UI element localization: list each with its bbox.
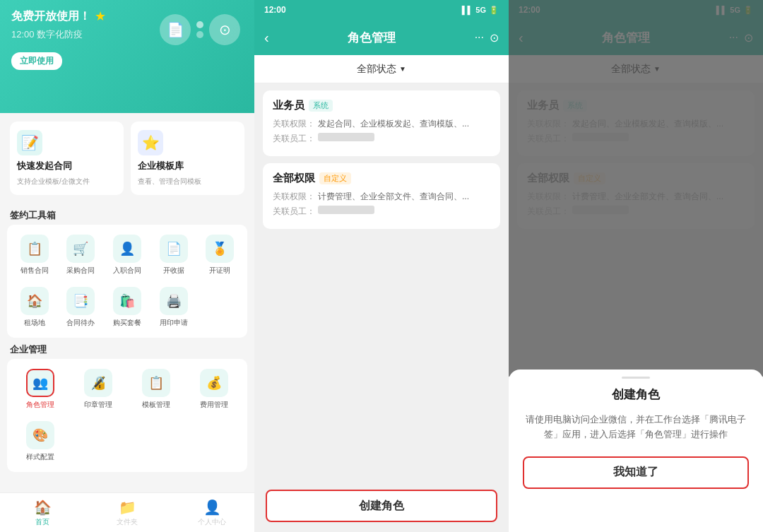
tool-pending[interactable]: 📑 合同待办 (58, 281, 105, 333)
receipt-icon: 📄 (160, 235, 188, 263)
sales-contract-icon: 📋 (20, 235, 49, 263)
left-panel: 免费开放使用！ ★ 12:00 数字化防疫 立即使用 📄 ⊙ 📝 快速发起合同 … (0, 0, 254, 532)
tool-receipt[interactable]: 📄 开收据 (150, 229, 197, 281)
mid-role-name-0: 业务员 (273, 99, 304, 112)
mid-emp-label-0: 关联员工： (273, 133, 315, 145)
mid-perm-value-1: 计费管理、企业全部文件、查询合同、... (318, 191, 469, 203)
overlay-dim (509, 0, 763, 377)
home-nav-label: 首页 (35, 517, 49, 527)
tool-sales-contract[interactable]: 📋 销售合同 (11, 229, 58, 281)
stamp-label: 用印申请 (160, 318, 188, 328)
modal-title: 创建角色 (612, 386, 660, 403)
ent-stamp-mgmt[interactable]: 🔏 印章管理 (69, 363, 127, 415)
mid-role-header: ‹ 角色管理 ··· ⊙ (254, 20, 509, 55)
buy-package-label: 购买套餐 (113, 318, 141, 328)
pending-icon: 📑 (66, 287, 95, 315)
mid-emp-label-1: 关联员工： (273, 206, 315, 218)
onboard-icon: 👤 (113, 235, 141, 263)
stamp-mgmt-label: 印章管理 (84, 400, 112, 410)
quick-card-template[interactable]: ⭐ 企业模板库 查看、管理合同模板 (131, 122, 244, 195)
ent-role-mgmt[interactable]: 👥 角色管理 (11, 363, 69, 415)
tool-stamp[interactable]: 🖨️ 用印申请 (150, 281, 197, 333)
mid-role-tag-0: 系统 (309, 100, 333, 112)
receipt-label: 开收据 (163, 266, 184, 276)
certificate-label: 开证明 (209, 266, 230, 276)
create-role-modal: 创建角色 请使用电脑访问企业微信，并在工作台选择「腾讯电子签」应用，进入后选择「… (509, 370, 763, 532)
mid-header-title: 角色管理 (276, 30, 468, 46)
banner-camera-icon: ⊙ (209, 14, 240, 45)
mid-create-role-button[interactable]: 创建角色 (266, 490, 497, 522)
role-mgmt-label: 角色管理 (26, 400, 54, 410)
venue-icon: 🏠 (20, 287, 49, 315)
middle-panel: 12:00 ▌▌ 5G 🔋 ‹ 角色管理 ··· ⊙ 全部状态 ▼ 业务员 系统… (254, 0, 509, 532)
profile-nav-label: 个人中心 (198, 517, 226, 527)
home-nav-icon: 🏠 (34, 499, 52, 516)
cost-mgmt-label: 费用管理 (200, 400, 228, 410)
tools-grid: 📋 销售合同 🛒 采购合同 👤 入职合同 📄 开收据 🏅 开证明 🏠 租场地 📑… (7, 225, 247, 338)
quick-cards-section: 📝 快速发起合同 支持企业模板/企微文件 ⭐ 企业模板库 查看、管理合同模板 (0, 113, 254, 203)
tool-onboard-contract[interactable]: 👤 入职合同 (104, 229, 150, 281)
tool-certificate[interactable]: 🏅 开证明 (196, 229, 243, 281)
use-now-button[interactable]: 立即使用 (11, 52, 62, 70)
mid-more-icon[interactable]: ··· (475, 31, 484, 45)
modal-desc: 请使用电脑访问企业微信，并在工作台选择「腾讯电子签」应用，进入后选择「角色管理」… (523, 413, 749, 442)
nav-home[interactable]: 🏠 首页 (0, 499, 85, 527)
purchase-icon: 🛒 (66, 235, 95, 263)
mid-time: 12:00 (264, 5, 286, 15)
pending-label: 合同待办 (66, 318, 95, 328)
nav-profile[interactable]: 👤 个人中心 (170, 499, 254, 527)
mid-perm-label-1: 关联权限： (273, 191, 315, 203)
template-card-desc: 查看、管理合同模板 (138, 177, 237, 187)
mid-back-button[interactable]: ‹ (264, 30, 269, 46)
mid-status-filter[interactable]: 全部状态 ▼ (254, 55, 509, 83)
ent-cost-mgmt[interactable]: 💰 费用管理 (185, 363, 243, 415)
ent-style-config[interactable]: 🎨 样式配置 (11, 415, 69, 468)
top-banner: 免费开放使用！ ★ 12:00 数字化防疫 立即使用 📄 ⊙ (0, 0, 254, 113)
mid-emp-blurred-1 (318, 206, 374, 214)
mid-role-card-0[interactable]: 业务员 系统 关联权限： 发起合同、企业模板发起、查询模版、... 关联员工： (263, 90, 500, 156)
mid-role-name-1: 全部权限 (273, 172, 315, 185)
bottom-nav: 🏠 首页 📁 文件夹 👤 个人中心 (0, 492, 254, 532)
ent-template-mgmt[interactable]: 📋 模板管理 (127, 363, 185, 415)
profile-nav-icon: 👤 (203, 499, 221, 516)
mid-network: 5G (475, 6, 486, 14)
template-mgmt-icon: 📋 (142, 369, 170, 397)
mid-role-list: 业务员 系统 关联权限： 发起合同、企业模板发起、查询模版、... 关联员工： … (254, 83, 509, 480)
mid-create-btn-wrap: 创建角色 (254, 480, 509, 532)
banner-doc-icon: 📄 (160, 14, 191, 45)
files-nav-icon: 📁 (119, 499, 136, 516)
mid-battery: 🔋 (489, 6, 499, 15)
stamp-mgmt-icon: 🔏 (84, 369, 112, 397)
banner-title: 免费开放使用！ (11, 9, 90, 24)
purchase-label: 采购合同 (66, 266, 95, 276)
mid-role-tag-1: 自定义 (319, 172, 351, 184)
template-mgmt-label: 模板管理 (142, 400, 170, 410)
style-config-label: 样式配置 (26, 452, 54, 462)
mid-emp-blurred-0 (318, 133, 374, 141)
template-icon: ⭐ (138, 130, 163, 155)
tool-purchase-contract[interactable]: 🛒 采购合同 (58, 229, 105, 281)
mid-role-card-1[interactable]: 全部权限 自定义 关联权限： 计费管理、企业全部文件、查询合同、... 关联员工… (263, 163, 500, 229)
mid-target-icon[interactable]: ⊙ (490, 31, 499, 45)
nav-files[interactable]: 📁 文件夹 (85, 499, 170, 527)
tool-venue[interactable]: 🏠 租场地 (11, 281, 58, 333)
buy-package-icon: 🛍️ (113, 287, 141, 315)
mid-filter-arrow: ▼ (399, 65, 406, 73)
contract-card-desc: 支持企业模板/企微文件 (17, 177, 117, 187)
mid-filter-label: 全部状态 (357, 63, 396, 76)
venue-label: 租场地 (24, 318, 45, 328)
enterprise-grid: 👥 角色管理 🔏 印章管理 📋 模板管理 💰 费用管理 🎨 样式配置 (7, 359, 247, 472)
enterprise-section-heading: 企业管理 (0, 338, 254, 359)
right-panel: 12:00 ▌▌ 5G 🔋 ‹ 角色管理 ··· ⊙ 全部状态 ▼ 业务员 系统… (509, 0, 763, 532)
template-card-title: 企业模板库 (138, 160, 237, 172)
role-mgmt-icon: 👥 (26, 369, 54, 397)
modal-confirm-button[interactable]: 我知道了 (523, 456, 749, 489)
quick-card-contract[interactable]: 📝 快速发起合同 支持企业模板/企微文件 (10, 122, 124, 195)
mid-status-bar: 12:00 ▌▌ 5G 🔋 (254, 0, 509, 20)
mid-perm-label-0: 关联权限： (273, 118, 315, 130)
sales-contract-label: 销售合同 (20, 266, 49, 276)
certificate-icon: 🏅 (206, 235, 234, 263)
cost-mgmt-icon: 💰 (200, 369, 228, 397)
banner-time: 12:00 数字化防疫 (11, 28, 83, 41)
tool-buy-package[interactable]: 🛍️ 购买套餐 (104, 281, 150, 333)
